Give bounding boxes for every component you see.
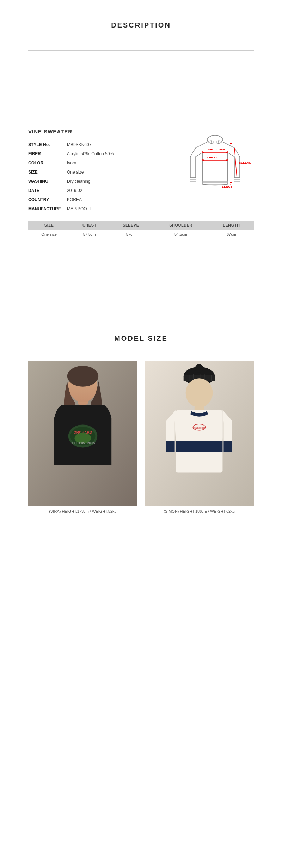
detail-label: COLOR <box>28 158 67 168</box>
svg-point-43 <box>67 366 99 387</box>
detail-value: MB9SKN607 <box>67 140 166 149</box>
svg-text:SLEEVE: SLEEVE <box>239 161 251 164</box>
bottom-spacer <box>0 528 282 633</box>
model-photo-male: mainbooth <box>145 361 254 506</box>
svg-rect-68 <box>166 441 175 452</box>
svg-line-9 <box>220 140 220 143</box>
detail-row: COLORIvory <box>28 158 166 168</box>
detail-label: COUNTRY <box>28 195 67 204</box>
detail-row: FIBERAcrylic 50%, Cotton 50% <box>28 149 166 158</box>
size-table-cell: One size <box>28 230 70 239</box>
male-model-illustration: mainbooth <box>145 361 254 506</box>
svg-line-8 <box>218 140 219 143</box>
size-table-cell: 54.5cm <box>153 230 209 239</box>
svg-line-2 <box>209 140 209 142</box>
size-table-cell: 57cm <box>109 230 153 239</box>
detail-value: Ivory <box>67 158 166 168</box>
svg-point-62 <box>186 378 213 408</box>
detail-value: Dry cleaning <box>67 177 166 186</box>
top-spacer <box>0 65 282 121</box>
detail-label: WASHING <box>28 177 67 186</box>
sweater-diagram-svg: SHOULDER CHEST LENGTH SLEEVE <box>176 128 254 199</box>
svg-line-3 <box>210 140 210 143</box>
model-images: ORCHARD DELICIOUS FRUITS (VIRA) HEIGHT:1… <box>28 361 254 513</box>
svg-point-61 <box>195 364 203 373</box>
product-name: VINE SWEATER <box>28 128 166 134</box>
detail-row: STYLE No.MB9SKN607 <box>28 140 166 149</box>
detail-label: DATE <box>28 186 67 195</box>
product-details: VINE SWEATER STYLE No.MB9SKN607FIBERAcry… <box>28 128 166 213</box>
detail-value: Acrylic 50%, Cotton 50% <box>67 149 166 158</box>
mid-spacer <box>0 250 282 320</box>
svg-line-10 <box>221 140 221 142</box>
size-table-header: SLEEVE <box>109 221 153 230</box>
model-section-title: MODEL SIZE <box>28 334 254 343</box>
size-table-header: CHEST <box>70 221 109 230</box>
svg-text:CHEST: CHEST <box>207 156 217 159</box>
detail-label: MANUFACTURE <box>28 204 67 213</box>
svg-text:mainbooth: mainbooth <box>193 426 205 429</box>
size-table-header: SIZE <box>28 221 70 230</box>
detail-label: SIZE <box>28 168 67 177</box>
size-table-row: One size57.5cm57cm54.5cm67cm <box>28 230 254 239</box>
svg-text:LENGTH: LENGTH <box>222 185 235 188</box>
detail-value: KOREA <box>67 195 166 204</box>
svg-line-4 <box>212 140 212 143</box>
product-info-area: VINE SWEATER STYLE No.MB9SKN607FIBERAcry… <box>0 121 282 217</box>
model-section: MODEL SIZE <box>0 320 282 528</box>
model-photo-female: ORCHARD DELICIOUS FRUITS <box>28 361 137 506</box>
svg-marker-34 <box>230 142 232 144</box>
detail-row: COUNTRYKOREA <box>28 195 166 204</box>
detail-row: MANUFACTUREMAINBOOTH <box>28 204 166 213</box>
detail-table: STYLE No.MB9SKN607FIBERAcrylic 50%, Cott… <box>28 140 166 213</box>
svg-rect-65 <box>176 441 223 452</box>
model-item-male: mainbooth (SIMON) HEIGHT:186cm / WEIGHT:… <box>145 361 254 513</box>
model-divider <box>28 350 254 350</box>
female-model-illustration: ORCHARD DELICIOUS FRUITS <box>28 361 137 506</box>
detail-value: 2019.02 <box>67 186 166 195</box>
detail-row: SIZEOne size <box>28 168 166 177</box>
size-table-cell: 57.5cm <box>70 230 109 239</box>
svg-text:DELICIOUS FRUITS: DELICIOUS FRUITS <box>71 441 95 445</box>
sweater-diagram: SHOULDER CHEST LENGTH SLEEVE <box>176 128 254 199</box>
detail-row: DATE2019.02 <box>28 186 166 195</box>
description-title: DESCRIPTION <box>28 21 254 29</box>
female-model-caption: (VIRA) HEIGHT:173cm / WEIGHT:52kg <box>28 509 137 513</box>
svg-rect-69 <box>223 441 232 452</box>
size-table-area: SIZECHESTSLEEVESHOULDERLENGTH One size57… <box>0 217 282 250</box>
description-section: DESCRIPTION <box>0 0 282 50</box>
detail-value: MAINBOOTH <box>67 204 166 213</box>
size-table: SIZECHESTSLEEVESHOULDERLENGTH One size57… <box>28 221 254 239</box>
detail-label: FIBER <box>28 149 67 158</box>
svg-line-37 <box>234 148 237 178</box>
detail-label: STYLE No. <box>28 140 67 149</box>
size-table-cell: 67cm <box>209 230 254 239</box>
model-item-female: ORCHARD DELICIOUS FRUITS (VIRA) HEIGHT:1… <box>28 361 137 513</box>
description-divider <box>28 50 254 51</box>
svg-text:SHOULDER: SHOULDER <box>208 148 225 151</box>
size-table-header: LENGTH <box>209 221 254 230</box>
detail-value: One size <box>67 168 166 177</box>
svg-marker-35 <box>230 182 232 184</box>
size-table-header: SHOULDER <box>153 221 209 230</box>
detail-row: WASHINGDry cleaning <box>28 177 166 186</box>
male-model-caption: (SIMON) HEIGHT:186cm / WEIGHT:62kg <box>145 509 254 513</box>
